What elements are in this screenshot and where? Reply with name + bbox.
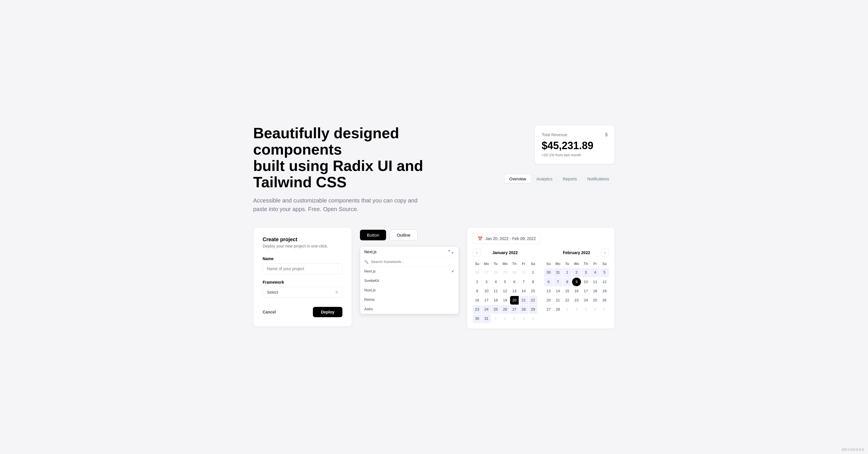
jan-day-30[interactable]: 30 xyxy=(473,314,482,323)
dropdown-item-nextjs[interactable]: Next.js ✓ xyxy=(360,266,458,276)
jan-day-4next[interactable]: 4 xyxy=(519,314,528,323)
tab-notifications[interactable]: Notifications xyxy=(583,175,614,183)
jan-day-25[interactable]: 25 xyxy=(491,305,500,314)
jan-day-27[interactable]: 27 xyxy=(510,305,519,314)
jan-day-8[interactable]: 8 xyxy=(529,278,537,286)
primary-button[interactable]: Button xyxy=(360,230,386,240)
jan-day-20[interactable]: 20 xyxy=(510,296,519,304)
tab-analytics[interactable]: Analytics xyxy=(532,175,557,183)
feb-day-4[interactable]: 4 xyxy=(591,268,599,277)
dropdown-item-astro[interactable]: Astro xyxy=(360,304,458,314)
feb-day-6[interactable]: 6 xyxy=(544,278,553,286)
feb-day-11[interactable]: 11 xyxy=(591,278,599,286)
jan-day-23[interactable]: 23 xyxy=(473,305,482,314)
feb-day-3[interactable]: 3 xyxy=(582,268,590,277)
feb-day-10[interactable]: 10 xyxy=(582,278,590,286)
feb-day-9[interactable]: 9 xyxy=(572,278,581,286)
feb-day-17[interactable]: 17 xyxy=(582,287,590,295)
jan-day-27prev[interactable]: 27 xyxy=(482,268,491,277)
jan-day-15[interactable]: 15 xyxy=(529,287,537,295)
tab-overview[interactable]: Overview xyxy=(505,175,530,183)
feb-day-15[interactable]: 15 xyxy=(563,287,571,295)
jan-day-5next[interactable]: 5 xyxy=(529,314,537,323)
jan-day-2next[interactable]: 2 xyxy=(501,314,509,323)
jan-day-13[interactable]: 13 xyxy=(510,287,519,295)
february-title: February 2022 xyxy=(563,250,590,255)
feb-day-31prev[interactable]: 31 xyxy=(553,268,562,277)
jan-day-14[interactable]: 14 xyxy=(519,287,528,295)
jan-day-24[interactable]: 24 xyxy=(482,305,491,314)
jan-day-5[interactable]: 5 xyxy=(501,278,509,286)
feb-day-26[interactable]: 26 xyxy=(600,296,609,304)
next-month-button[interactable]: › xyxy=(601,249,609,257)
feb-day-5next[interactable]: 5 xyxy=(600,305,609,314)
feb-day-19[interactable]: 19 xyxy=(600,287,609,295)
jan-day-7[interactable]: 7 xyxy=(519,278,528,286)
outline-button[interactable]: Outline xyxy=(390,229,417,240)
feb-day-20[interactable]: 20 xyxy=(544,296,553,304)
jan-day-11[interactable]: 11 xyxy=(491,287,500,295)
dropdown-item-nuxtjs[interactable]: Nuxt.js xyxy=(360,285,458,295)
jan-day-22[interactable]: 22 xyxy=(529,296,537,304)
jan-day-29[interactable]: 29 xyxy=(529,305,537,314)
deploy-button[interactable]: Deploy xyxy=(313,307,342,317)
jan-day-2[interactable]: 2 xyxy=(473,278,482,286)
jan-day-31[interactable]: 31 xyxy=(482,314,491,323)
jan-day-30prev[interactable]: 30 xyxy=(510,268,519,277)
dropdown-item-remix[interactable]: Remix xyxy=(360,295,458,304)
tab-reports[interactable]: Reports xyxy=(558,175,582,183)
framework-select[interactable]: Select ⇅ xyxy=(262,287,342,298)
feb-day-8[interactable]: 8 xyxy=(563,278,571,286)
dropdown-item-sveltekit[interactable]: SvelteKit xyxy=(360,276,458,285)
jan-day-28[interactable]: 28 xyxy=(519,305,528,314)
feb-day-27[interactable]: 27 xyxy=(544,305,553,314)
feb-day-25[interactable]: 25 xyxy=(591,296,599,304)
jan-day-3next[interactable]: 3 xyxy=(510,314,519,323)
feb-day-12[interactable]: 12 xyxy=(600,278,609,286)
jan-day-12[interactable]: 12 xyxy=(501,287,509,295)
feb-day-4next[interactable]: 4 xyxy=(591,305,599,314)
feb-day-header-th: Th xyxy=(582,260,590,267)
day-header-fr: Fr xyxy=(519,260,528,267)
jan-day-6[interactable]: 6 xyxy=(510,278,519,286)
jan-day-10[interactable]: 10 xyxy=(482,287,491,295)
feb-day-21[interactable]: 21 xyxy=(553,296,562,304)
project-name-input[interactable] xyxy=(262,263,342,274)
feb-day-2next[interactable]: 2 xyxy=(572,305,581,314)
jan-day-18[interactable]: 18 xyxy=(491,296,500,304)
jan-day-17[interactable]: 17 xyxy=(482,296,491,304)
feb-day-14[interactable]: 14 xyxy=(553,287,562,295)
feb-day-23[interactable]: 23 xyxy=(572,296,581,304)
jan-day-19[interactable]: 19 xyxy=(501,296,509,304)
cancel-button[interactable]: Cancel xyxy=(262,310,276,314)
jan-day-29prev[interactable]: 29 xyxy=(501,268,509,277)
feb-day-30prev[interactable]: 30 xyxy=(544,268,553,277)
date-range-display[interactable]: 📅 Jan 20, 2022 - Feb 09, 2022 xyxy=(473,233,541,244)
jan-day-26[interactable]: 26 xyxy=(501,305,509,314)
feb-day-5[interactable]: 5 xyxy=(600,268,609,277)
feb-day-1next[interactable]: 1 xyxy=(563,305,571,314)
jan-day-26prev[interactable]: 26 xyxy=(473,268,482,277)
jan-day-31prev[interactable]: 31 xyxy=(519,268,528,277)
prev-month-button[interactable]: ‹ xyxy=(473,249,481,257)
feb-day-24[interactable]: 24 xyxy=(582,296,590,304)
feb-day-2[interactable]: 2 xyxy=(572,268,581,277)
dropdown-trigger[interactable]: Next.js ⌃⌄ xyxy=(360,247,458,257)
framework-search-input[interactable] xyxy=(371,260,454,264)
jan-day-9[interactable]: 9 xyxy=(473,287,482,295)
feb-day-28[interactable]: 28 xyxy=(553,305,562,314)
feb-day-18[interactable]: 18 xyxy=(591,287,599,295)
feb-day-7[interactable]: 7 xyxy=(553,278,562,286)
jan-day-1next[interactable]: 1 xyxy=(491,314,500,323)
feb-day-1[interactable]: 1 xyxy=(563,268,571,277)
jan-day-21[interactable]: 21 xyxy=(519,296,528,304)
jan-day-16[interactable]: 16 xyxy=(473,296,482,304)
jan-day-1[interactable]: 1 xyxy=(529,268,537,277)
jan-day-4[interactable]: 4 xyxy=(491,278,500,286)
feb-day-3next[interactable]: 3 xyxy=(582,305,590,314)
feb-day-13[interactable]: 13 xyxy=(544,287,553,295)
feb-day-16[interactable]: 16 xyxy=(572,287,581,295)
jan-day-28prev[interactable]: 28 xyxy=(491,268,500,277)
feb-day-22[interactable]: 22 xyxy=(563,296,571,304)
jan-day-3[interactable]: 3 xyxy=(482,278,491,286)
